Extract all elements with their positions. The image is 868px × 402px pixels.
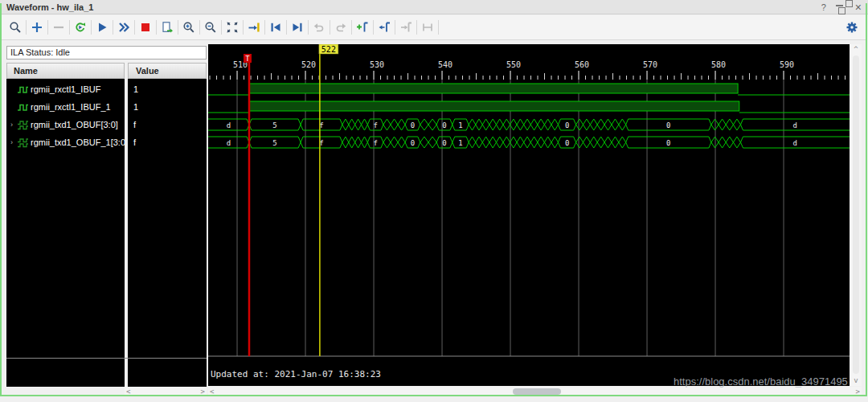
waveform-vertical-scrollbar[interactable]: ^ v — [850, 44, 862, 386]
waveform-window: Waveform - hw_ila_1 ? × ILA Status: Idle… — [0, 0, 868, 402]
column-header-value[interactable]: Value — [128, 63, 207, 79]
bus-value-label: d — [793, 139, 797, 147]
toolbar-separator — [286, 20, 287, 35]
vertical-scroll-thumb[interactable] — [853, 55, 859, 374]
bus-value-label: 5 — [272, 139, 276, 147]
bus-value-label: 0 — [442, 139, 446, 147]
signal-name: rgmii_rxctl1_IBUF_1 — [31, 102, 111, 112]
bus-value-label: 1 — [458, 121, 462, 129]
toolbar-separator — [351, 20, 352, 35]
help-icon[interactable]: ? — [821, 2, 826, 13]
signal-value-panel: 11ff — [128, 79, 207, 387]
bus-value-label: 0 — [411, 139, 415, 147]
signal-lane-rgmii_txd1_OBUF_1[3:0][interactable]: d5ff00100d — [208, 137, 850, 148]
axis-tick-label: 560 — [575, 60, 589, 69]
undo-icon — [313, 21, 326, 34]
goto-end-button[interactable] — [289, 18, 306, 37]
signal-name: rgmii_txd1_OBUF[3:0] — [31, 120, 118, 129]
bus-value-label: 1 — [458, 139, 462, 147]
signal-row[interactable]: ›rgmii_txd1_OBUF[3:0] — [6, 116, 125, 133]
signal-lane-rgmii_txd1_OBUF[3:0][interactable]: d5ff00100d — [208, 119, 850, 130]
signal-name: rgmii_rxctl1_IBUF — [31, 84, 100, 94]
toolbar-separator — [69, 20, 70, 35]
goto-cursor-icon — [248, 21, 260, 34]
window-controls: ? × — [821, 2, 862, 13]
waveform-area[interactable]: 510520530540550560570580590d5ff00100dd5f… — [208, 44, 850, 386]
toolbar-separator — [221, 20, 222, 35]
close-icon[interactable]: × — [855, 2, 862, 13]
horizontal-scroll-thumb[interactable] — [513, 388, 561, 395]
stop-trigger-icon — [139, 21, 152, 34]
signal-value[interactable]: 1 — [128, 98, 207, 116]
bus-value-label: d — [227, 139, 231, 147]
signal-name: rgmii_txd1_OBUF_1[3:0] — [31, 137, 125, 147]
toolbar-separator — [438, 20, 439, 35]
expander-chevron-icon[interactable]: › — [6, 121, 17, 129]
window-title: Waveform - hw_ila_1 — [6, 2, 93, 12]
left-panel-divider — [6, 358, 207, 359]
bus-value-label: 0 — [666, 139, 670, 147]
export-icon — [161, 21, 174, 34]
focus-frame-right — [866, 3, 867, 396]
grid-lines — [237, 71, 784, 356]
prev-marker-icon — [378, 21, 391, 34]
bit-signal-icon — [17, 102, 29, 113]
waveform-plot[interactable]: 510520530540550560570580590d5ff00100dd5f… — [208, 44, 850, 386]
column-header-name[interactable]: Name — [6, 63, 125, 79]
signal-lane-rgmii_rxctl1_IBUF_1[interactable] — [208, 101, 850, 113]
run-immediate-button[interactable] — [115, 18, 133, 37]
signal-row[interactable]: rgmii_rxctl1_IBUF_1 — [6, 98, 125, 116]
axis-tick-label: 580 — [711, 60, 726, 69]
bus-value-label: d — [227, 121, 231, 129]
scroll-up-arrow-icon[interactable]: ^ — [854, 46, 858, 53]
settings-gear-icon[interactable] — [843, 18, 861, 37]
zoom-in-icon — [182, 21, 195, 34]
axis-tick-label: 520 — [301, 60, 316, 69]
add-icon — [31, 21, 43, 34]
toolbar-separator — [113, 20, 113, 35]
zoom-fit-button[interactable] — [223, 18, 241, 37]
focus-frame-left — [0, 3, 2, 396]
bit-signal-icon — [17, 84, 29, 95]
goto-start-button[interactable] — [267, 18, 285, 37]
zoom-out-icon — [204, 21, 217, 34]
signal-row[interactable]: ›rgmii_txd1_OBUF_1[3:0] — [6, 133, 125, 151]
toolbar-separator — [91, 20, 92, 35]
toolbar-separator — [156, 20, 157, 35]
bus-value-label: 5 — [272, 121, 276, 129]
bus-value-label: 0 — [411, 121, 415, 129]
bus-value-label: d — [793, 121, 797, 129]
toolbar-separator — [330, 20, 330, 35]
bus-value-label: 0 — [442, 121, 446, 129]
time-ruler[interactable]: 510520530540550560570580590 — [210, 60, 845, 80]
bus-value-label: f — [373, 121, 377, 129]
marker-range-icon — [421, 21, 434, 34]
restart-button[interactable] — [72, 18, 89, 37]
toolbar-separator — [134, 20, 135, 35]
remove-button — [50, 18, 68, 37]
signal-row[interactable]: rgmii_rxctl1_IBUF — [6, 80, 125, 98]
prev-marker-button[interactable] — [375, 18, 393, 37]
signal-value[interactable]: 1 — [128, 80, 207, 98]
bus-signal-icon — [17, 137, 29, 148]
stop-trigger-button[interactable] — [137, 18, 154, 37]
search-button[interactable] — [6, 18, 24, 37]
signal-value[interactable]: f — [128, 133, 207, 151]
signal-lane-rgmii_rxctl1_IBUF[interactable] — [208, 84, 850, 95]
toolbar-separator — [373, 20, 374, 35]
next-marker-icon — [399, 21, 412, 34]
add-button[interactable] — [28, 18, 46, 37]
zoom-out-button[interactable] — [202, 18, 219, 37]
run-trigger-button[interactable] — [93, 18, 111, 37]
toolbar-separator — [395, 20, 395, 35]
trigger-marker[interactable]: T — [244, 54, 252, 356]
add-marker-button[interactable] — [354, 18, 371, 37]
expander-chevron-icon[interactable]: › — [6, 138, 17, 146]
export-button[interactable] — [158, 18, 176, 37]
signal-value[interactable]: f — [128, 116, 207, 133]
toolbar — [2, 15, 866, 40]
signal-name-panel: rgmii_rxctl1_IBUFrgmii_rxctl1_IBUF_1›rgm… — [6, 79, 125, 387]
zoom-in-button[interactable] — [180, 18, 198, 37]
toolbar-separator — [26, 20, 27, 35]
goto-cursor-button[interactable] — [245, 18, 263, 37]
